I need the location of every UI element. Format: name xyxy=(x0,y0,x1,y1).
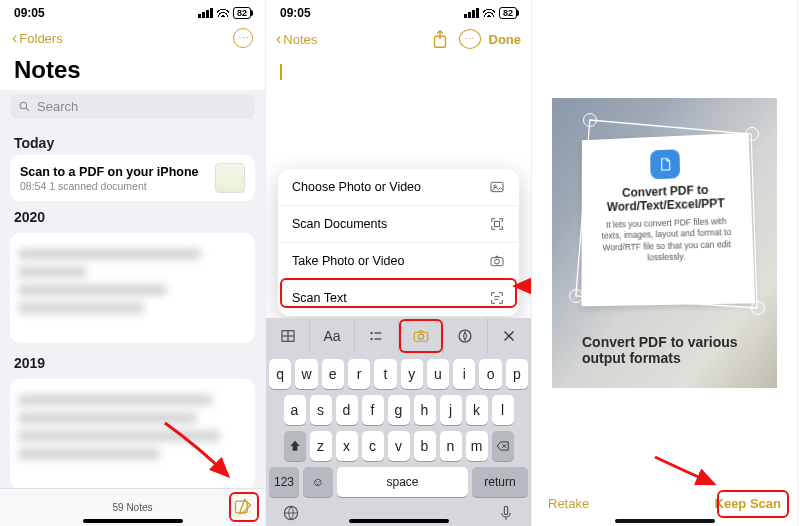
compose-icon xyxy=(233,497,253,517)
backspace-key[interactable] xyxy=(492,431,514,461)
back-notes[interactable]: ‹Notes xyxy=(276,31,317,47)
search-icon xyxy=(18,100,31,113)
key-s[interactable]: s xyxy=(310,395,332,425)
numbers-key[interactable]: 123 xyxy=(269,467,299,497)
nav-bar: ‹Notes ⋯ Done xyxy=(266,22,531,56)
key-f[interactable]: f xyxy=(362,395,384,425)
key-l[interactable]: l xyxy=(492,395,514,425)
key-h[interactable]: h xyxy=(414,395,436,425)
markup-icon[interactable] xyxy=(443,318,487,354)
search-input[interactable]: Search xyxy=(10,94,255,119)
key-i[interactable]: i xyxy=(453,359,475,389)
key-a[interactable]: a xyxy=(284,395,306,425)
chevron-left-icon: ‹ xyxy=(12,30,17,46)
done-button[interactable]: Done xyxy=(489,32,522,47)
back-folders[interactable]: ‹Folders xyxy=(12,30,63,46)
blurred-notes-2020 xyxy=(10,233,255,343)
note-title: Scan to a PDF on your iPhone xyxy=(20,165,199,179)
doc-body: It lets you convert PDF files with texts… xyxy=(599,216,735,266)
retake-button[interactable]: Retake xyxy=(548,496,589,511)
phone-scanner: Convert PDF to Word/Text/Excel/PPT It le… xyxy=(532,0,798,526)
key-y[interactable]: y xyxy=(401,359,423,389)
more-icon[interactable]: ⋯ xyxy=(459,29,481,49)
return-key[interactable]: return xyxy=(472,467,528,497)
battery-icon: 82 xyxy=(233,7,251,19)
blurred-notes-2019 xyxy=(10,379,255,489)
key-m[interactable]: m xyxy=(466,431,488,461)
scan-doc-icon xyxy=(489,216,505,232)
menu-scan-text[interactable]: Scan Text xyxy=(278,280,519,316)
key-t[interactable]: t xyxy=(374,359,396,389)
key-n[interactable]: n xyxy=(440,431,462,461)
home-indicator xyxy=(83,519,183,523)
space-key[interactable]: space xyxy=(337,467,468,497)
emoji-key[interactable]: ☺ xyxy=(303,467,333,497)
key-d[interactable]: d xyxy=(336,395,358,425)
status-bar: 09:05 82 xyxy=(0,0,265,22)
page-title: Notes xyxy=(0,54,265,90)
note-card[interactable]: Scan to a PDF on your iPhone 08:54 1 sca… xyxy=(10,155,255,201)
shift-key[interactable] xyxy=(284,431,306,461)
key-z[interactable]: z xyxy=(310,431,332,461)
key-x[interactable]: x xyxy=(336,431,358,461)
scan-preview[interactable]: Convert PDF to Word/Text/Excel/PPT It le… xyxy=(552,98,777,388)
key-j[interactable]: j xyxy=(440,395,462,425)
nav-bar: ‹Folders ⋯ xyxy=(0,22,265,54)
menu-take-photo[interactable]: Take Photo or Video xyxy=(278,243,519,280)
menu-scan-documents[interactable]: Scan Documents xyxy=(278,206,519,243)
keep-scan-button[interactable]: Keep Scan xyxy=(715,496,781,511)
key-o[interactable]: o xyxy=(479,359,501,389)
key-q[interactable]: q xyxy=(269,359,291,389)
note-subtitle: 08:54 1 scanned document xyxy=(20,180,199,192)
camera-toolbar-button[interactable] xyxy=(399,318,443,354)
doc-below-text: Convert PDF to various output formats xyxy=(582,334,777,366)
svg-rect-6 xyxy=(494,221,499,226)
camera-icon xyxy=(489,253,505,269)
key-g[interactable]: g xyxy=(388,395,410,425)
home-indicator xyxy=(615,519,715,523)
battery-icon: 82 xyxy=(499,7,517,19)
key-b[interactable]: b xyxy=(414,431,436,461)
note-thumbnail xyxy=(215,163,245,193)
scanned-document: Convert PDF to Word/Text/Excel/PPT It le… xyxy=(581,133,755,307)
cellular-icon xyxy=(198,8,213,18)
menu-choose-photo[interactable]: Choose Photo or Video xyxy=(278,169,519,206)
svg-point-14 xyxy=(371,338,373,340)
camera-menu: Choose Photo or Video Scan Documents Tak… xyxy=(278,169,519,316)
compose-button[interactable] xyxy=(233,497,253,521)
key-c[interactable]: c xyxy=(362,431,384,461)
menu-label: Choose Photo or Video xyxy=(292,180,421,194)
pdf-badge-icon xyxy=(650,149,680,179)
close-toolbar-icon[interactable] xyxy=(488,318,531,354)
menu-label: Scan Text xyxy=(292,291,347,305)
keyboard: qwertyuiop asdfghjkl zxcvbnm 123 ☺ space… xyxy=(266,354,531,526)
scan-text-icon xyxy=(489,290,505,306)
format-list-icon[interactable] xyxy=(355,318,399,354)
section-2020: 2020 xyxy=(0,201,265,229)
mic-icon[interactable] xyxy=(496,503,516,523)
svg-point-8 xyxy=(495,259,500,264)
key-v[interactable]: v xyxy=(388,431,410,461)
status-bar: 09:05 82 xyxy=(266,0,531,22)
chevron-left-icon: ‹ xyxy=(276,31,281,47)
svg-point-13 xyxy=(371,332,373,334)
notes-count: 59 Notes xyxy=(112,502,152,513)
status-time: 09:05 xyxy=(280,6,311,20)
key-e[interactable]: e xyxy=(322,359,344,389)
key-p[interactable]: p xyxy=(506,359,528,389)
format-text-button[interactable]: Aa xyxy=(310,318,354,354)
more-icon[interactable]: ⋯ xyxy=(233,28,253,48)
globe-icon[interactable] xyxy=(281,503,301,523)
cellular-icon xyxy=(464,8,479,18)
share-icon[interactable] xyxy=(429,28,451,50)
key-r[interactable]: r xyxy=(348,359,370,389)
crop-handle-tl[interactable] xyxy=(583,113,597,127)
section-2019: 2019 xyxy=(0,347,265,375)
format-table-icon[interactable] xyxy=(266,318,310,354)
svg-point-18 xyxy=(418,334,423,339)
doc-heading: Convert PDF to Word/Text/Excel/PPT xyxy=(599,182,733,214)
home-indicator xyxy=(349,519,449,523)
key-u[interactable]: u xyxy=(427,359,449,389)
key-w[interactable]: w xyxy=(295,359,317,389)
key-k[interactable]: k xyxy=(466,395,488,425)
